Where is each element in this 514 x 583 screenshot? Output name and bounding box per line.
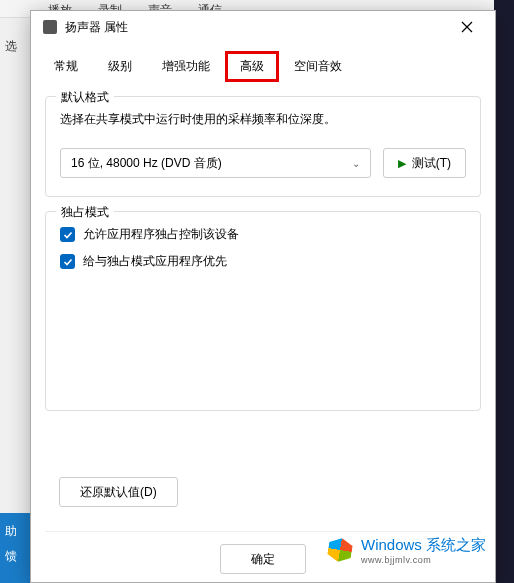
default-format-desc: 选择在共享模式中运行时使用的采样频率和位深度。 (60, 111, 466, 128)
allow-exclusive-checkbox[interactable] (60, 227, 75, 242)
play-icon: ▶ (398, 157, 406, 170)
watermark-text: Windows 系统之家 www.bjjmlv.com (361, 536, 486, 565)
ok-button[interactable]: 确定 (220, 544, 306, 574)
dialog-title: 扬声器 属性 (65, 19, 451, 36)
tab-content-advanced: 默认格式 选择在共享模式中运行时使用的采样频率和位深度。 16 位, 48000… (31, 82, 495, 582)
priority-checkbox[interactable] (60, 254, 75, 269)
allow-exclusive-label: 允许应用程序独占控制该设备 (83, 226, 239, 243)
tab-enhancements[interactable]: 增强功能 (147, 51, 225, 82)
priority-label: 给与独占模式应用程序优先 (83, 253, 227, 270)
speaker-properties-dialog: 扬声器 属性 常规 级别 增强功能 高级 空间音效 默认格式 选择在共享模式中运… (30, 10, 496, 583)
tab-bar: 常规 级别 增强功能 高级 空间音效 (31, 51, 495, 82)
bg-help-text: 助 (5, 523, 25, 540)
default-format-fieldset: 默认格式 选择在共享模式中运行时使用的采样频率和位深度。 16 位, 48000… (45, 96, 481, 197)
windows-logo-icon (325, 535, 355, 565)
format-row: 16 位, 48000 Hz (DVD 音质) ⌄ ▶ 测试(T) (60, 148, 466, 178)
check-icon (63, 257, 73, 267)
speaker-icon (43, 20, 57, 34)
test-button[interactable]: ▶ 测试(T) (383, 148, 466, 178)
watermark-sub: www.bjjmlv.com (361, 555, 486, 565)
background-dark-strip (494, 0, 514, 583)
tab-spatial[interactable]: 空间音效 (279, 51, 357, 82)
check-icon (63, 230, 73, 240)
format-select[interactable]: 16 位, 48000 Hz (DVD 音质) ⌄ (60, 148, 371, 178)
restore-row: 还原默认值(D) (45, 477, 481, 507)
background-left-panel: 选 (0, 18, 30, 583)
format-select-value: 16 位, 48000 Hz (DVD 音质) (71, 155, 222, 172)
background-bottom-left: 助 馈 (0, 513, 30, 583)
close-button[interactable] (451, 15, 483, 39)
priority-row: 给与独占模式应用程序优先 (60, 253, 466, 270)
close-icon (461, 21, 473, 33)
exclusive-mode-legend: 独占模式 (56, 204, 114, 221)
bg-left-text: 选 (5, 39, 17, 53)
watermark-main: Windows 系统之家 (361, 536, 486, 555)
chevron-down-icon: ⌄ (352, 158, 360, 169)
tab-advanced[interactable]: 高级 (225, 51, 279, 82)
bg-feedback-text: 馈 (5, 548, 25, 565)
restore-defaults-button[interactable]: 还原默认值(D) (59, 477, 178, 507)
titlebar: 扬声器 属性 (31, 11, 495, 43)
test-button-label: 测试(T) (412, 155, 451, 172)
exclusive-mode-fieldset: 独占模式 允许应用程序独占控制该设备 给与独占模式应用程序优先 (45, 211, 481, 411)
default-format-legend: 默认格式 (56, 89, 114, 106)
tab-levels[interactable]: 级别 (93, 51, 147, 82)
allow-exclusive-row: 允许应用程序独占控制该设备 (60, 226, 466, 243)
tab-general[interactable]: 常规 (39, 51, 93, 82)
watermark: Windows 系统之家 www.bjjmlv.com (325, 535, 486, 565)
